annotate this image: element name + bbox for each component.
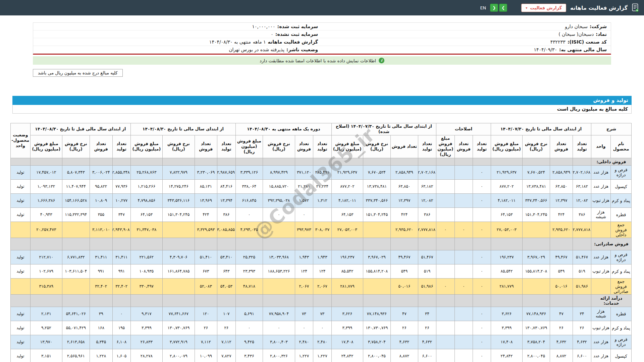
value-cell xyxy=(454,165,473,179)
value-cell: ۲۶,۸۳۳ xyxy=(130,335,162,349)
value-cell: ۲۱,۲۳۴ xyxy=(313,179,331,193)
product-name-cell: جمع فروش داخلی xyxy=(611,222,632,238)
product-status-cell: تولید xyxy=(10,321,30,335)
report-navigation: ❯ ❮ xyxy=(490,4,507,12)
section-title-cell: فروش داخلی: xyxy=(591,158,631,165)
fiscal-year-field: سال مالی منتهی به: ۱۴۰۴/۰۹/۳۰ xyxy=(322,46,611,54)
product-unit-cell xyxy=(591,278,610,294)
value-cell: ۳۷۱,۱۲۰ xyxy=(295,165,313,179)
value-cell xyxy=(162,222,195,238)
value-cell: ۴,۲۹۴,۰۳۵ xyxy=(235,222,263,238)
value-cell: ۱۹۶,۲۳۷ xyxy=(491,250,522,264)
value-cell: ۰ xyxy=(454,278,473,294)
value-cell: ۶,۶۰۰ xyxy=(418,349,436,362)
value-cell: ۴,۶۳۲ xyxy=(390,335,418,349)
value-cell xyxy=(436,349,454,362)
empty-cell xyxy=(112,294,130,307)
value-cell: ۶۱۶,۸۴۵ xyxy=(235,193,263,207)
value-cell xyxy=(436,165,454,179)
value-cell: ۱,۳۱۲ xyxy=(313,193,331,207)
value-cell: ۱۲,۰۸۲ xyxy=(573,193,591,207)
section-row: فروش داخلی: xyxy=(10,158,631,165)
empty-cell xyxy=(473,238,491,250)
report-type-dropdown[interactable]: گزارش فعالیت ▾ xyxy=(521,4,566,12)
value-cell: ۳۳۷,۳۴۰,۵۶۶ xyxy=(363,193,390,207)
empty-cell xyxy=(112,238,130,250)
value-cell: ۷۷,۹۵۸,۹۰۴ xyxy=(263,307,295,321)
empty-cell xyxy=(418,294,436,307)
empty-cell xyxy=(217,158,235,165)
product-status-cell: تولید xyxy=(10,349,30,362)
value-cell xyxy=(522,222,550,238)
section-row: فروش صادراتی: xyxy=(10,238,631,250)
empty-cell xyxy=(162,294,195,307)
value-cell: ۲۶ xyxy=(418,321,436,335)
empty-cell xyxy=(90,294,112,307)
company-name-link[interactable]: سبحان دارو xyxy=(565,24,588,29)
value-cell: ۲,۸۵۵,۳۴۸ xyxy=(112,165,130,179)
value-cell: ۴,۶۳۲ xyxy=(573,335,591,349)
language-toggle[interactable]: EN xyxy=(480,5,486,10)
empty-cell xyxy=(390,294,418,307)
value-cell: ۵۴,۶۴۱,۰۲۶ xyxy=(62,307,90,321)
value-cell xyxy=(313,207,331,222)
value-cell: ۰ xyxy=(473,222,491,238)
value-cell: ۲,۸۰۰,۰۴۵ xyxy=(363,349,390,362)
empty-cell xyxy=(436,294,454,307)
empty-cell xyxy=(550,158,573,165)
value-cell xyxy=(454,321,473,335)
value-cell: ۱۰۳,۶۱۱,۵۰۴ xyxy=(62,264,90,278)
value-cell: ۴,۱۸۲,۰۱۱ xyxy=(491,193,522,207)
value-cell: ۲,۴۸۰ xyxy=(313,335,331,349)
value-cell: ۳,۷۷۲,۹۱۹ xyxy=(162,335,195,349)
field-label: سال مالی منتهی به: xyxy=(559,47,607,52)
value-cell: ۶۳,۸۵۰ xyxy=(550,179,573,193)
column-header: مبلغ فروش (میلیون ریال) xyxy=(331,135,363,158)
value-cell: ۹,۴۲۵ xyxy=(235,335,263,349)
empty-cell xyxy=(473,158,491,165)
value-cell: ۷۷,۱۴۸,۹۳۶ xyxy=(522,307,550,321)
value-cell: ۳۴۳,۵۳۶,۱۱۶ xyxy=(162,193,195,207)
value-cell: ۱۰,۸۰۹ xyxy=(90,193,112,207)
value-cell: ۱۵۵,۸۱۴,۲۰۸ xyxy=(522,264,550,278)
column-group-header: از ابتدای سال مالی تا تاریخ ۱۴۰۴/۰۷/۳۰ (… xyxy=(331,123,436,135)
value-cell: ۸۵,۱۳۱ xyxy=(195,179,217,193)
nav-back-button[interactable]: ❮ xyxy=(490,4,498,12)
product-unit-cell: هزار عدد xyxy=(591,179,610,193)
nav-forward-button[interactable]: ❯ xyxy=(499,4,507,12)
value-cell: ۱,۹۴۳ xyxy=(295,250,313,264)
value-cell: ۲۶ xyxy=(573,321,591,335)
product-unit-cell: هزار تیوپ xyxy=(591,264,610,278)
empty-cell xyxy=(522,158,550,165)
value-cell xyxy=(436,264,454,278)
report-icon[interactable] xyxy=(632,3,639,12)
product-status-cell: تولید xyxy=(10,264,30,278)
empty-cell xyxy=(390,158,418,165)
empty-cell xyxy=(263,238,295,250)
value-cell xyxy=(454,179,473,193)
value-cell: ۱۳۰,۷۳۰,۷۶۹ xyxy=(162,321,195,335)
empty-cell xyxy=(217,294,235,307)
value-cell: ۹,۲۵۲ xyxy=(30,321,62,335)
value-cell: ۵۰,۰۱۶ xyxy=(390,278,418,294)
value-cell: ۹۵,۸۲۲ xyxy=(90,179,112,193)
value-cell: ۶,۱۰۸ xyxy=(112,335,130,349)
empty-cell xyxy=(30,238,62,250)
value-cell: ۶۴,۱۵۳ xyxy=(331,207,363,222)
value-cell: ۸,۸۷۲ xyxy=(390,349,418,362)
value-cell xyxy=(436,335,454,349)
empty-cell xyxy=(10,294,30,307)
value-cell: ۷,۱۱۲ xyxy=(195,335,217,349)
value-cell: ۳۴ xyxy=(573,307,591,321)
value-cell xyxy=(363,278,390,294)
value-cell: ۳,۳۹۹ xyxy=(130,321,162,335)
value-cell xyxy=(363,222,390,238)
value-cell: ۰ xyxy=(263,321,295,335)
value-cell: ۳,۰۰۶,۰۲۴ xyxy=(90,165,112,179)
product-row: قرص و دراژههزار عدد۴,۶۳۲۴,۶۳۲۳,۷۵۸,۲۰۴۱۷… xyxy=(10,335,631,349)
empty-cell xyxy=(573,294,591,307)
value-cell: ۱۳۰,۷۳۰,۷۶۹ xyxy=(363,321,390,335)
value-cell: ۲۸۵,۴۹۱ xyxy=(313,165,331,179)
value-cell: ۳,۷۵۸,۲۰۴ xyxy=(363,335,390,349)
value-cell: ۸۷۷,۲۰۲ xyxy=(331,179,363,193)
